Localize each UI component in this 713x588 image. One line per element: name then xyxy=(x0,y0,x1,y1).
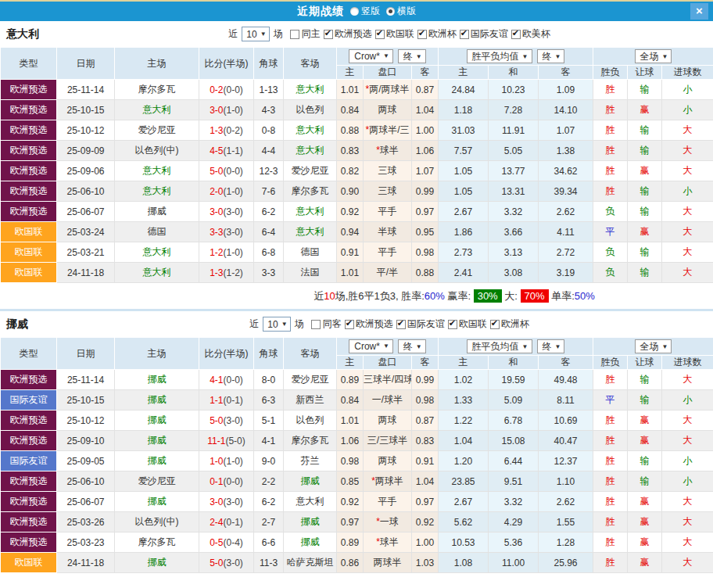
wdl-average-select[interactable]: 胜平负均值▼ xyxy=(467,49,532,63)
home-odds: 0.91 xyxy=(337,242,364,263)
halftime-score: (0-0) xyxy=(224,476,243,487)
match-scope-select[interactable]: 全场▼ xyxy=(635,49,672,63)
competition-badge: 欧国联 xyxy=(1,553,57,573)
select-value: 终 xyxy=(543,50,552,63)
home-team: 以色列(中) xyxy=(115,141,199,161)
corners-cell: 5-1 xyxy=(254,411,284,431)
goals-result-cell: 小 xyxy=(662,451,713,471)
score-cell: 5-0(0-0) xyxy=(199,161,254,181)
competition-checkbox[interactable] xyxy=(448,320,457,329)
wdl-average-select[interactable]: 胜平负均值▼ xyxy=(467,339,532,353)
same-venue-checkbox[interactable] xyxy=(290,30,299,39)
competition-label: 国际友谊 xyxy=(407,317,445,331)
filter-bar: 意大利近10▼场同主欧洲预选欧国联欧洲杯国际友谊欧美杯 xyxy=(0,21,713,47)
layout-radio-horizontal[interactable]: 横版 xyxy=(386,5,416,18)
avg-home: 1.08 xyxy=(439,553,489,573)
competition-checkbox[interactable] xyxy=(396,320,406,329)
match-row: 欧洲预选25-06-10意大利2-0(1-0)7-6摩尔多瓦0.90三球0.99… xyxy=(1,181,713,202)
column-header: 类型 xyxy=(1,338,57,370)
match-row: 欧国联24-11-18挪威5-0(3-0)11-3哈萨克斯坦0.86两球半1.0… xyxy=(1,553,713,573)
score-cell: 3-0(1-0) xyxy=(199,100,254,120)
avg-home: 2.41 xyxy=(439,263,489,283)
star-marker: * xyxy=(371,475,375,486)
final-line-select[interactable]: 终▼ xyxy=(398,49,426,63)
handicap-line: *球半 xyxy=(364,141,412,161)
fulltime-score: 3-0 xyxy=(210,497,223,507)
competition-checkbox[interactable] xyxy=(511,30,521,39)
recent-label: 近 xyxy=(228,27,238,41)
home-odds: 0.92 xyxy=(337,202,364,222)
fulltime-score: 0-2 xyxy=(210,84,223,95)
match-date: 25-03-26 xyxy=(57,512,115,532)
handicap-result-cell: 输 xyxy=(628,80,662,100)
select-value: 10 xyxy=(267,319,278,330)
away-team: 芬兰 xyxy=(284,451,337,471)
recent-count-select[interactable]: 10▼ xyxy=(263,317,290,332)
match-date: 25-10-12 xyxy=(57,120,115,141)
avg-away: 25.96 xyxy=(539,553,593,573)
final-average-select[interactable]: 终▼ xyxy=(537,49,565,63)
recent-count-select[interactable]: 10▼ xyxy=(242,27,269,41)
competition-checkbox[interactable] xyxy=(345,320,354,329)
modal-titlebar: 近期战绩 竖版 横版 × xyxy=(0,0,713,21)
column-header: 类型 xyxy=(1,48,57,80)
home-odds: 0.89 xyxy=(337,532,364,553)
competition-checkbox[interactable] xyxy=(417,30,427,39)
close-button[interactable]: × xyxy=(690,3,708,20)
bookmaker-select[interactable]: Crow*▼ xyxy=(349,339,393,353)
sub-column-header: 主 xyxy=(439,66,489,80)
avg-away: 2.72 xyxy=(539,242,593,263)
corners-cell: 6-6 xyxy=(254,532,284,553)
same-venue-checkbox[interactable] xyxy=(311,320,321,329)
summary-segment: 单率: xyxy=(549,289,575,303)
final-line-select[interactable]: 终▼ xyxy=(398,339,426,353)
odds-group-header: Crow*▼终▼ xyxy=(337,338,439,356)
avg-away: 1.55 xyxy=(539,512,593,532)
match-scope-select[interactable]: 全场▼ xyxy=(635,339,672,353)
halftime-score: (0-0) xyxy=(224,166,243,177)
goals-result-cell: 大 xyxy=(662,263,713,283)
radio-icon[interactable] xyxy=(350,7,359,16)
away-team: 挪威 xyxy=(284,532,337,553)
team-section: 意大利近10▼场同主欧洲预选欧国联欧洲杯国际友谊欧美杯类型日期主场比分(半场)角… xyxy=(0,21,713,309)
star-marker: * xyxy=(376,145,380,156)
bookmaker-select[interactable]: Crow*▼ xyxy=(349,49,393,63)
avg-home: 5.62 xyxy=(439,512,489,532)
competition-badge: 国际友谊 xyxy=(1,451,57,471)
summary-segment: 近 xyxy=(314,289,324,303)
corners-cell: 6-2 xyxy=(254,202,284,222)
result-cell: 胜 xyxy=(593,451,628,471)
competition-checkbox[interactable] xyxy=(375,30,385,39)
home-odds: 0.84 xyxy=(337,100,364,120)
goals-result-cell: 大 xyxy=(662,161,713,181)
layout-radio-vertical[interactable]: 竖版 xyxy=(350,5,380,18)
final-average-select[interactable]: 终▼ xyxy=(537,339,565,353)
competition-checkbox[interactable] xyxy=(460,30,469,39)
away-odds: 0.88 xyxy=(412,263,439,283)
handicap-result-cell: 输 xyxy=(628,390,662,411)
match-row: 欧洲预选25-06-10爱沙尼亚0-1(0-0)2-2挪威0.85*两球半1.0… xyxy=(1,471,713,492)
handicap-line: *两球半 xyxy=(364,471,412,492)
competition-checkbox[interactable] xyxy=(324,30,333,39)
avg-draw: 5.05 xyxy=(489,141,539,161)
column-header: 比分(半场) xyxy=(199,48,254,80)
select-value: 终 xyxy=(403,340,413,353)
away-team: 法国 xyxy=(284,263,337,283)
avg-home: 2.67 xyxy=(439,492,489,512)
competition-checkbox[interactable] xyxy=(490,320,500,329)
result-cell: 胜 xyxy=(593,492,628,512)
handicap-line: 平手 xyxy=(364,492,412,512)
sub-column-header: 主 xyxy=(337,66,364,80)
team-section: 挪威近10▼场同客欧洲预选国际友谊欧国联欧洲杯类型日期主场比分(半场)角球客场C… xyxy=(0,309,713,573)
away-team: 挪威 xyxy=(284,471,337,492)
score-cell: 0-2(0-0) xyxy=(199,80,254,100)
competition-badge: 欧洲预选 xyxy=(1,181,57,202)
match-date: 25-03-23 xyxy=(57,532,115,553)
fulltime-score: 5-0 xyxy=(210,558,223,568)
radio-icon[interactable] xyxy=(386,7,395,16)
home-odds: 1.01 xyxy=(337,411,364,431)
result-cell: 胜 xyxy=(593,532,628,553)
fulltime-score: 3-3 xyxy=(210,227,223,238)
result-cell: 负 xyxy=(593,263,628,283)
corners-cell: 6-2 xyxy=(254,492,284,512)
